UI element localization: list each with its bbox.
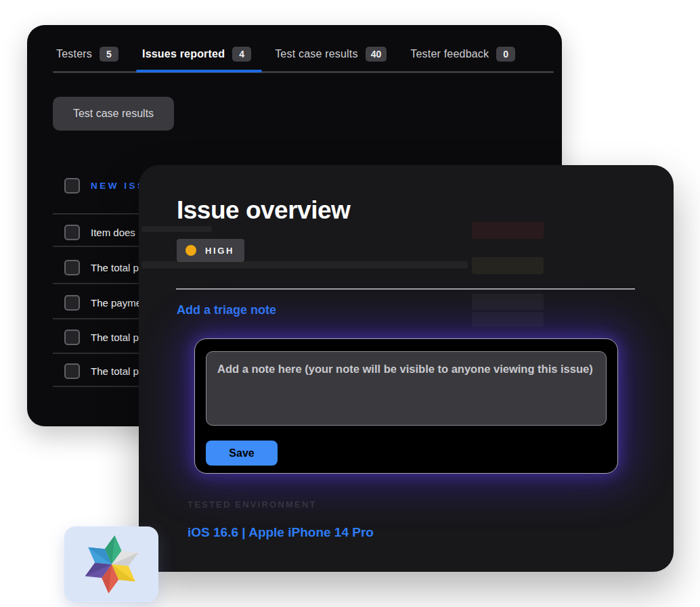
tab-count-badge: 4 — [232, 47, 251, 62]
issue-title: Item does — [91, 227, 135, 238]
list-divider — [53, 283, 149, 284]
issue-checkbox[interactable] — [64, 260, 80, 275]
tab-count-badge: 5 — [100, 47, 118, 62]
page-title: Issue overview — [177, 196, 350, 225]
list-divider — [53, 386, 149, 387]
save-button[interactable]: Save — [206, 441, 278, 466]
triage-note-card: Save — [194, 338, 618, 474]
dim-placeholder-control — [472, 294, 544, 310]
tab-label: Test case results — [275, 48, 358, 60]
add-triage-note-link[interactable]: Add a triage note — [177, 303, 276, 317]
dim-placeholder-text — [141, 261, 468, 269]
tested-environment-label: TESTED ENVIRONMENT — [188, 499, 317, 510]
tab-issues-reported[interactable]: Issues reported 4 — [142, 44, 251, 64]
issue-checkbox[interactable] — [64, 330, 80, 345]
tab-label: Issues reported — [142, 48, 225, 60]
tab-testers[interactable]: Testers 5 — [56, 44, 118, 64]
section-divider — [176, 288, 635, 290]
page: Testers 5 Issues reported 4 Test case re… — [0, 0, 700, 607]
severity-dot-icon — [185, 245, 196, 256]
tab-tester-feedback[interactable]: Tester feedback 0 — [410, 44, 515, 64]
severity-label: HIGH — [205, 246, 234, 256]
test-case-results-filter-button[interactable]: Test case results — [53, 97, 174, 131]
list-divider — [53, 213, 149, 215]
device-info-link[interactable]: iOS 16.6 | Apple iPhone 14 Pro — [188, 525, 374, 540]
tab-label: Testers — [56, 48, 92, 60]
issue-title: The total p — [91, 365, 139, 377]
tab-test-case-results[interactable]: Test case results 40 — [275, 44, 387, 64]
dim-placeholder-text — [141, 226, 212, 232]
issues-list-header-label: NEW ISS — [91, 181, 146, 191]
issue-overview-panel: Issue overview HIGH Add a triage note Sa… — [139, 165, 674, 572]
list-divider — [53, 353, 149, 354]
triage-note-input[interactable] — [206, 351, 607, 426]
app-icon-tile — [64, 526, 158, 602]
issue-checkbox[interactable] — [64, 363, 80, 379]
issue-checkbox[interactable] — [64, 295, 80, 311]
select-all-checkbox[interactable] — [64, 178, 80, 194]
issue-checkbox[interactable] — [64, 225, 80, 240]
dim-placeholder-control — [472, 257, 544, 274]
issue-title: The payme — [91, 297, 141, 309]
issue-title: The total p — [91, 262, 139, 273]
list-divider — [53, 246, 149, 247]
tab-bar-divider — [53, 71, 554, 73]
issue-title: The total p — [91, 332, 139, 343]
hexagon-cube-app-icon — [81, 532, 143, 597]
tab-label: Tester feedback — [410, 48, 489, 60]
list-divider — [53, 318, 149, 319]
dim-placeholder-control — [472, 312, 544, 327]
active-tab-underline — [136, 70, 262, 72]
tab-count-badge: 0 — [496, 47, 515, 62]
severity-badge: HIGH — [177, 239, 244, 262]
dim-placeholder-control — [472, 222, 544, 239]
tab-bar: Testers 5 Issues reported 4 Test case re… — [56, 44, 515, 64]
tab-count-badge: 40 — [366, 47, 387, 62]
